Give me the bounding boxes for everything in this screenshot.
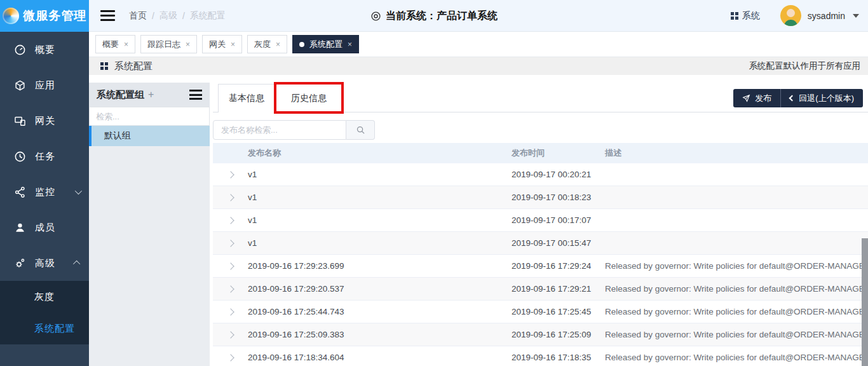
- sidebar-item-system-config[interactable]: 系统配置: [0, 313, 89, 344]
- tab-label: 网关: [209, 39, 226, 50]
- app-logo[interactable]: 微服务管理: [0, 0, 89, 32]
- sidebar-item-tasks[interactable]: 任务: [0, 139, 89, 174]
- logo-text: 微服务管理: [24, 8, 87, 24]
- topbar-right: 系统 sysadmin: [731, 5, 868, 26]
- eye-icon: [370, 11, 381, 22]
- table-row[interactable]: 2019-09-16 17:29:20.537 2019-09-16 17:29…: [213, 278, 868, 301]
- workspace-tab-trace-log[interactable]: 跟踪日志 ×: [140, 35, 197, 53]
- workspace-tab-gateway[interactable]: 网关 ×: [202, 35, 242, 53]
- close-icon[interactable]: ×: [186, 40, 190, 49]
- group-search-input[interactable]: [96, 112, 208, 121]
- caret-down-icon[interactable]: [853, 14, 859, 18]
- scrollbar-thumb[interactable]: [862, 238, 868, 366]
- tab-history-info[interactable]: 历史信息: [275, 84, 342, 112]
- publish-button[interactable]: 发布: [733, 89, 781, 107]
- expand-row-icon[interactable]: [227, 194, 234, 201]
- active-dot-icon: [299, 42, 304, 47]
- app-cube-icon: [14, 79, 26, 92]
- release-search-row: [213, 120, 375, 140]
- collapse-panel-icon[interactable]: [189, 88, 202, 102]
- close-icon[interactable]: ×: [231, 40, 235, 49]
- sidebar-item-label: 成员: [35, 222, 55, 234]
- workspace-tab-system-config[interactable]: 系统配置 ×: [292, 35, 359, 53]
- expand-row-icon[interactable]: [227, 285, 234, 292]
- tab-label: 概要: [102, 39, 119, 50]
- table-row[interactable]: 2019-09-16 17:29:23.699 2019-09-16 17:29…: [213, 255, 868, 278]
- sidebar-item-monitoring[interactable]: 监控: [0, 174, 89, 210]
- sidebar-item-label: 应用: [35, 79, 55, 92]
- username-label[interactable]: sysadmin: [808, 11, 845, 21]
- col-release-name: 发布名称: [248, 147, 512, 159]
- breadcrumb-advanced[interactable]: 高级: [159, 10, 177, 22]
- sidebar-item-advanced[interactable]: 高级: [0, 245, 89, 281]
- sidebar-nav: 概要 应用 网关 任务 监控 成员 高级 灰度 系统: [0, 32, 89, 366]
- system-menu-button[interactable]: 系统: [731, 10, 760, 22]
- sidebar-item-grayscale[interactable]: 灰度: [0, 281, 89, 313]
- table-row[interactable]: v1 2019-09-17 00:18:23: [213, 186, 868, 209]
- page-grid-icon: [100, 62, 108, 70]
- config-group-header: 系统配置组 +: [89, 83, 210, 107]
- chevron-up-icon: [73, 261, 80, 268]
- config-group-title: 系统配置组: [97, 89, 144, 101]
- group-item-default[interactable]: 默认组: [89, 126, 210, 146]
- sidebar-item-gateway[interactable]: 网关: [0, 103, 89, 139]
- action-buttons: 发布 回退(上个版本): [733, 89, 863, 107]
- table-row[interactable]: 2019-09-16 17:25:44.743 2019-09-16 17:25…: [213, 301, 868, 323]
- table-row[interactable]: 2019-09-16 17:25:09.383 2019-09-16 17:25…: [213, 323, 868, 346]
- expand-row-icon[interactable]: [227, 308, 234, 315]
- main-panel: 基本信息 历史信息 发布 回退(上个版本) 发布名称 发布时: [213, 75, 868, 366]
- advanced-gear-icon: [14, 257, 26, 269]
- add-group-button[interactable]: +: [148, 89, 154, 100]
- tab-label: 灰度: [254, 39, 271, 50]
- sidebar-item-applications[interactable]: 应用: [0, 67, 89, 103]
- table-row[interactable]: v1 2019-09-17 00:17:07: [213, 209, 868, 232]
- col-description: 描述: [605, 147, 868, 159]
- current-system-indicator: 当前系统：产品订单系统: [370, 0, 498, 32]
- tab-label: 系统配置: [309, 39, 342, 50]
- breadcrumb-home[interactable]: 首页: [129, 10, 147, 22]
- close-icon[interactable]: ×: [124, 40, 128, 49]
- avatar[interactable]: [780, 5, 801, 26]
- release-search-button[interactable]: [346, 120, 375, 140]
- release-search-input[interactable]: [213, 120, 346, 140]
- expand-row-icon[interactable]: [227, 240, 234, 247]
- expand-row-icon[interactable]: [227, 217, 234, 224]
- workspace-tabstrip: 概要 × 跟踪日志 × 网关 × 灰度 × 系统配置 ×: [89, 32, 868, 57]
- expand-row-icon[interactable]: [227, 331, 234, 338]
- system-menu-label: 系统: [742, 10, 760, 22]
- history-table: 发布名称 发布时间 描述 v1 2019-09-17 00:20:21 v1 2…: [213, 143, 868, 366]
- logo-swirl-icon: [3, 8, 19, 24]
- rollback-button[interactable]: 回退(上个版本): [781, 89, 863, 107]
- close-icon[interactable]: ×: [348, 40, 352, 49]
- page-header: 系统配置 系统配置默认作用于所有应用: [89, 57, 868, 75]
- expand-row-icon[interactable]: [227, 171, 234, 178]
- table-row[interactable]: v1 2019-09-17 00:20:21: [213, 163, 868, 186]
- expand-row-icon[interactable]: [227, 262, 234, 269]
- workspace-tab-overview[interactable]: 概要 ×: [95, 35, 135, 53]
- expand-row-icon[interactable]: [227, 354, 234, 361]
- sidebar-item-overview[interactable]: 概要: [0, 32, 89, 67]
- tab-basic-info[interactable]: 基本信息: [218, 84, 275, 112]
- sidebar-item-members[interactable]: 成员: [0, 210, 89, 245]
- current-system-label: 当前系统：产品订单系统: [386, 10, 498, 23]
- config-group-panel: 系统配置组 + 默认组: [89, 83, 210, 366]
- workspace-tab-grayscale[interactable]: 灰度 ×: [247, 35, 287, 53]
- breadcrumb-separator: /: [182, 11, 185, 21]
- menu-toggle-icon[interactable]: [100, 8, 115, 24]
- sidebar-item-label: 网关: [35, 115, 55, 127]
- page-note: 系统配置默认作用于所有应用: [749, 60, 861, 72]
- table-row[interactable]: v1 2019-09-17 00:15:47: [213, 232, 868, 255]
- group-search-box: [89, 107, 210, 126]
- col-release-time: 发布时间: [512, 147, 605, 159]
- close-icon[interactable]: ×: [276, 40, 280, 49]
- chevron-down-icon: [75, 187, 82, 194]
- rollback-label: 回退(上个版本): [799, 93, 854, 104]
- publish-label: 发布: [755, 93, 771, 104]
- page-title: 系统配置: [114, 60, 153, 72]
- table-row[interactable]: 2019-09-16 17:18:34.604 2019-09-16 17:18…: [213, 346, 868, 366]
- sidebar-item-label: 任务: [35, 151, 55, 163]
- member-icon: [14, 222, 26, 234]
- dashboard-icon: [14, 44, 26, 56]
- breadcrumb-current: 系统配置: [190, 10, 226, 22]
- grid-icon: [731, 12, 738, 20]
